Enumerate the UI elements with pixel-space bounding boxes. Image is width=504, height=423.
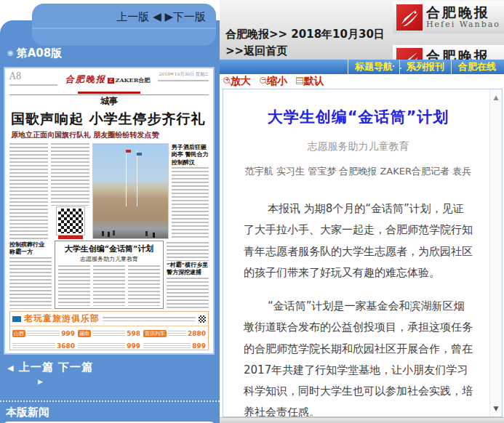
article-scrollbar[interactable]: ▲ ▼	[489, 89, 502, 416]
text-placeholder	[27, 331, 60, 337]
text-placeholder	[172, 167, 209, 239]
next-article-arrow-icon[interactable]: ▶	[38, 378, 43, 385]
text-placeholder	[9, 143, 48, 239]
qr-caption-bar	[58, 235, 83, 239]
logo-text-block: 合肥晚报 Hefei Wanbao	[426, 49, 500, 60]
text-placeholder	[51, 143, 89, 206]
current-edition-label: ◉第A08版	[7, 47, 62, 60]
thumb-right-lower-headline: “村霸”横行乡里 警方深挖逮捕	[167, 261, 209, 276]
ad-title: 老玩童旅游俱乐部	[24, 313, 100, 325]
zoom-in-button[interactable]: 放大	[223, 75, 251, 86]
prev-edition-arrow-icon[interactable]: ◀	[153, 10, 161, 23]
text-placeholder	[143, 343, 191, 349]
breadcrumb: 合肥晚报>> 2018年10月30日 >>返回首页	[225, 26, 404, 60]
ad-header: 老玩童旅游俱乐部	[10, 312, 208, 326]
travel-club-ad: 老玩童旅游俱乐部 山西 999 越南 598	[9, 311, 209, 350]
newspaper-page-thumbnail[interactable]: A8 合肥晚报ZZAKER合肥 2018年10月30日 星期二 城事 国歌声响起…	[4, 67, 215, 355]
ad-offer: 山西 999	[12, 328, 75, 339]
section-label: 城事	[5, 95, 213, 108]
article-paragraph: 本报讯 为期8个月的“金话筒”计划，见证了大手拉小手、大家一起走，合肥师范学院行…	[244, 198, 473, 283]
text-placeholder	[58, 265, 90, 306]
article-paragraph: “金话筒”计划是一家基金会和滨湖新区烟墩街道联合发布的公益创投项目，承担这项任务…	[244, 296, 473, 416]
text-placeholder	[168, 331, 186, 337]
text-placeholder	[92, 331, 125, 337]
flag-pole	[126, 150, 127, 206]
pedestrian-figures	[102, 231, 104, 236]
logo-cn-text: 合肥晚报	[426, 49, 500, 60]
thumb-left-column: 控制殡葬行业 称霸一方	[9, 241, 52, 309]
zaker-label: ZAKER合肥	[116, 76, 151, 84]
zoom-in-label: 放大	[231, 75, 251, 86]
ad-offer: 999	[78, 340, 140, 352]
prev-article-arrow-icon: ◀	[7, 363, 14, 373]
article-byline: 范宇航 实习生 管宝梦 合肥晚报 ZAKER合肥记者 袁兵	[244, 165, 473, 178]
thumb-dateline-block: 2018年10月30日 星期二	[158, 71, 209, 92]
text-placeholder	[167, 278, 209, 309]
prev-article-button[interactable]: 上一篇	[19, 360, 54, 374]
ad-offer-label: 首尔列车	[143, 330, 167, 337]
ad-offer-price: 3680	[57, 342, 75, 350]
thumb-masthead: 合肥晚报ZZAKER合肥	[65, 71, 151, 92]
ad-offer-price: 598	[127, 330, 140, 337]
logo-cn-text: 合肥晚报	[426, 6, 500, 20]
logo-mark-icon	[396, 4, 423, 31]
text-placeholder	[9, 257, 52, 309]
thumb-page-code-block: A8	[9, 71, 57, 92]
ad-offer: 3680	[12, 340, 75, 352]
toolbar-button-title-nav[interactable]: 标题导航	[348, 60, 399, 74]
toolbar-buttons: 标题导航 系列报刊 合肥在线	[348, 60, 503, 74]
thumb-lower-columns: 控制殡葬行业 称霸一方 大学生创编“金话筒”计划 志愿服务助力儿童教育 “村霸”…	[5, 239, 213, 309]
thumb-column-2	[51, 143, 89, 239]
masthead-underline	[78, 92, 140, 94]
scroll-down-arrow-icon[interactable]: ▼	[490, 405, 502, 412]
flag-pole	[137, 150, 137, 206]
zoom-out-icon	[260, 77, 266, 84]
toolbar-button-hefei-online[interactable]: 合肥在线	[451, 60, 503, 74]
thumb-boxed-subtitle: 志愿服务助力儿童教育	[58, 255, 160, 263]
article-viewer: 大学生创编“金话筒”计划 志愿服务助力儿童教育 范宇航 实习生 管宝梦 合肥晚报…	[223, 89, 503, 417]
toolbar-button-series[interactable]: 系列报刊	[399, 60, 451, 74]
text-placeholder	[128, 265, 160, 306]
app-window: ◉第A08版 A8 合肥晚报ZZAKER合肥 2018年10月30日 星期二 城…	[0, 0, 504, 423]
breadcrumb-home-link[interactable]: 返回首页	[244, 44, 287, 57]
hefei-wanbao-logo-duplicate: 合肥晚报 Hefei Wanbao	[393, 45, 504, 60]
edition-nav-text: 上一版 ◀ ▶下一版	[104, 4, 216, 25]
logo-mark-icon	[396, 48, 423, 60]
scroll-up-arrow-icon[interactable]: ▲	[490, 94, 502, 101]
ad-logo-icon	[12, 316, 21, 322]
thumb-right-headline: 男子酒后狂砸岗亭 警民合力控制醉汉	[172, 143, 209, 166]
ad-offer-label: 越南	[78, 330, 91, 337]
thumb-masthead-row: A8 合肥晚报ZZAKER合肥 2018年10月30日 星期二	[5, 68, 213, 92]
edition-bullet-icon: ◉	[7, 49, 14, 57]
ad-offer: 越南 598	[78, 328, 140, 339]
thumb-dateline: 2018年10月30日 星期二	[158, 71, 209, 78]
zaker-badge-icon: Z	[108, 78, 114, 84]
next-edition-button[interactable]: 下一版	[173, 10, 206, 23]
main-toolbar: 标题导航 系列报刊 合肥在线	[220, 60, 504, 74]
thumb-page-code: A8	[9, 71, 57, 81]
ad-offer: 899	[143, 340, 206, 352]
page-news-section-title: 本版新闻	[6, 406, 49, 419]
thumb-right-column: 男子酒后狂砸岗亭 警民合力控制醉汉	[172, 143, 209, 239]
reset-label: 默认	[304, 75, 324, 86]
text-placeholder	[93, 265, 125, 306]
next-edition-arrow-icon[interactable]: ▶	[164, 10, 173, 23]
breadcrumb-date-link[interactable]: 2018年10月30日	[291, 28, 385, 41]
prev-edition-button[interactable]: 上一版	[116, 10, 149, 23]
zoom-reset-button[interactable]: 默认	[296, 75, 324, 86]
thumb-main-headline: 国歌声响起 小学生停步齐行礼	[5, 108, 213, 129]
reset-icon	[296, 77, 303, 84]
article-body: 本报讯 为期8个月的“金话筒”计划，见证了大手拉小手、大家一起走，合肥师范学院行…	[244, 198, 473, 416]
zoom-out-button[interactable]: 缩小	[260, 75, 287, 86]
sidebar-divider	[0, 400, 220, 402]
breadcrumb-site-link[interactable]: 合肥晚报	[225, 28, 269, 41]
ad-offer-price: 999	[61, 330, 75, 337]
thumb-right-lower-column: “村霸”横行乡里 警方深挖逮捕	[167, 241, 209, 309]
qr-code	[57, 207, 84, 235]
ad-offer-price: 999	[127, 342, 140, 350]
hefei-wanbao-logo[interactable]: 合肥晚报 Hefei Wanbao	[393, 1, 504, 33]
logo-en-text: Hefei Wanbao	[426, 20, 500, 29]
next-article-button[interactable]: 下一篇	[58, 360, 93, 374]
logo-text-block: 合肥晚报 Hefei Wanbao	[426, 6, 500, 30]
edition-sidebar: ◉第A08版 A8 合肥晚报ZZAKER合肥 2018年10月30日 星期二 城…	[0, 20, 220, 423]
